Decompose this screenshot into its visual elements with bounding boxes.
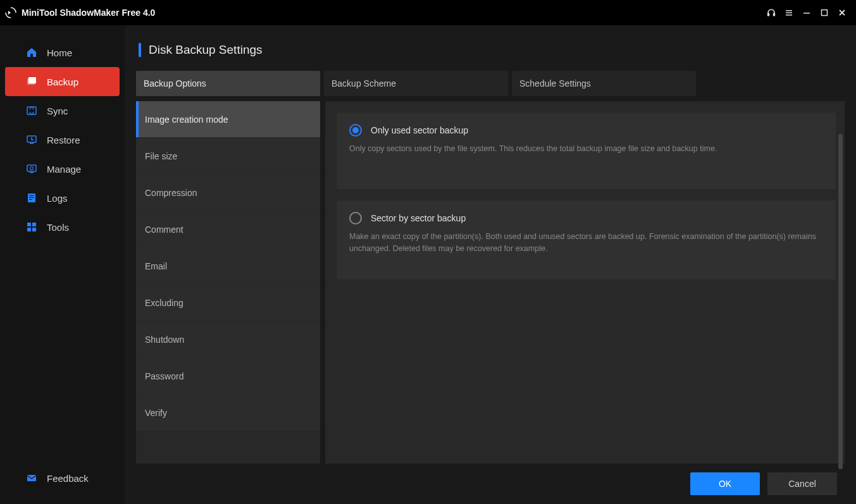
option-image-creation-mode[interactable]: Image creation mode <box>136 101 320 137</box>
svg-rect-16 <box>29 195 34 196</box>
maximize-button[interactable] <box>816 4 833 22</box>
sidebar: Home Backup Sync Restore Manage Logs Too… <box>0 25 125 504</box>
menu-icon[interactable] <box>780 4 798 22</box>
titlebar: MiniTool ShadowMaker Free 4.0 <box>0 0 856 25</box>
restore-icon <box>25 133 38 146</box>
main-panel: Disk Backup Settings Backup Options Back… <box>125 25 856 504</box>
titlebar-title: MiniTool ShadowMaker Free 4.0 <box>5 7 155 18</box>
tab-schedule-settings[interactable]: Schedule Settings <box>512 71 696 96</box>
minimize-button[interactable] <box>798 4 816 22</box>
svg-rect-19 <box>27 223 31 226</box>
nav-label: Sync <box>47 106 68 116</box>
option-email[interactable]: Email <box>136 248 320 284</box>
svg-rect-1 <box>774 13 775 16</box>
nav-label: Restore <box>47 135 80 145</box>
svg-rect-0 <box>768 13 769 16</box>
radio-card-used-sector: Only used sector backup Only copy sector… <box>337 113 836 189</box>
svg-rect-12 <box>27 165 36 171</box>
manage-icon <box>25 163 38 175</box>
radio-button-icon <box>349 212 362 224</box>
svg-rect-9 <box>27 107 36 114</box>
options-list: Image creation mode File size Compressio… <box>136 101 320 464</box>
scrollbar-thumb[interactable] <box>838 134 843 469</box>
radio-button-icon <box>349 124 362 137</box>
radio-sector-by-sector[interactable]: Sector by sector backup <box>349 212 823 224</box>
nav-label: Feedback <box>47 473 89 484</box>
option-password[interactable]: Password <box>136 358 320 394</box>
radio-desc: Make an exact copy of the partition(s). … <box>349 231 823 255</box>
sync-icon <box>25 104 38 117</box>
svg-rect-22 <box>32 228 36 231</box>
svg-rect-6 <box>822 10 828 16</box>
svg-rect-17 <box>29 197 34 198</box>
nav-backup[interactable]: Backup <box>5 67 120 96</box>
radio-card-sector-by-sector: Sector by sector backup Make an exact co… <box>337 200 836 280</box>
nav-tools[interactable]: Tools <box>5 212 120 242</box>
nav-label: Manage <box>47 164 81 175</box>
headphones-icon[interactable] <box>762 4 780 22</box>
option-file-size[interactable]: File size <box>136 138 320 174</box>
page-title: Disk Backup Settings <box>136 43 845 57</box>
app-title: MiniTool ShadowMaker Free 4.0 <box>22 8 155 18</box>
svg-point-13 <box>30 167 34 170</box>
tab-backup-scheme[interactable]: Backup Scheme <box>324 71 508 96</box>
cancel-button[interactable]: Cancel <box>767 472 837 495</box>
nav-label: Backup <box>47 77 78 87</box>
mail-icon <box>25 472 38 484</box>
backup-icon <box>25 75 38 88</box>
svg-rect-14 <box>30 172 34 173</box>
footer: OK Cancel <box>136 464 845 504</box>
page-title-text: Disk Backup Settings <box>149 43 263 57</box>
close-button[interactable] <box>833 4 851 22</box>
nav-home[interactable]: Home <box>5 38 120 67</box>
nav-sync[interactable]: Sync <box>5 96 120 125</box>
svg-rect-23 <box>27 475 36 481</box>
home-icon <box>25 46 38 59</box>
nav-restore[interactable]: Restore <box>5 125 120 154</box>
svg-rect-20 <box>32 223 36 226</box>
svg-rect-5 <box>803 13 810 14</box>
nav-logs[interactable]: Logs <box>5 183 120 212</box>
nav-feedback[interactable]: Feedback <box>5 464 120 493</box>
svg-rect-4 <box>786 15 792 16</box>
logs-icon <box>25 192 38 204</box>
tools-icon <box>25 221 38 233</box>
radio-label: Sector by sector backup <box>371 213 466 223</box>
option-verify[interactable]: Verify <box>136 395 320 431</box>
option-comment[interactable]: Comment <box>136 211 320 247</box>
option-compression[interactable]: Compression <box>136 175 320 211</box>
nav-label: Tools <box>47 222 69 233</box>
title-accent-bar <box>139 43 141 57</box>
app-logo-icon <box>5 7 16 18</box>
svg-rect-18 <box>29 199 32 200</box>
radio-desc: Only copy sectors used by the file syste… <box>349 143 823 155</box>
svg-rect-2 <box>786 10 792 11</box>
options-empty-area <box>136 431 320 464</box>
option-panel: Only used sector backup Only copy sector… <box>325 101 845 464</box>
option-excluding[interactable]: Excluding <box>136 285 320 321</box>
svg-rect-21 <box>27 228 31 231</box>
nav-label: Home <box>47 47 72 58</box>
tab-backup-options[interactable]: Backup Options <box>136 71 320 96</box>
settings-tabs: Backup Options Backup Scheme Schedule Se… <box>136 71 845 96</box>
option-shutdown[interactable]: Shutdown <box>136 321 320 357</box>
svg-rect-8 <box>28 77 36 83</box>
radio-label: Only used sector backup <box>371 125 468 135</box>
svg-rect-3 <box>786 13 792 14</box>
ok-button[interactable]: OK <box>690 472 760 495</box>
nav-label: Logs <box>47 193 68 204</box>
radio-only-used-sector[interactable]: Only used sector backup <box>349 124 823 137</box>
svg-rect-11 <box>30 143 34 144</box>
nav-manage[interactable]: Manage <box>5 154 120 183</box>
